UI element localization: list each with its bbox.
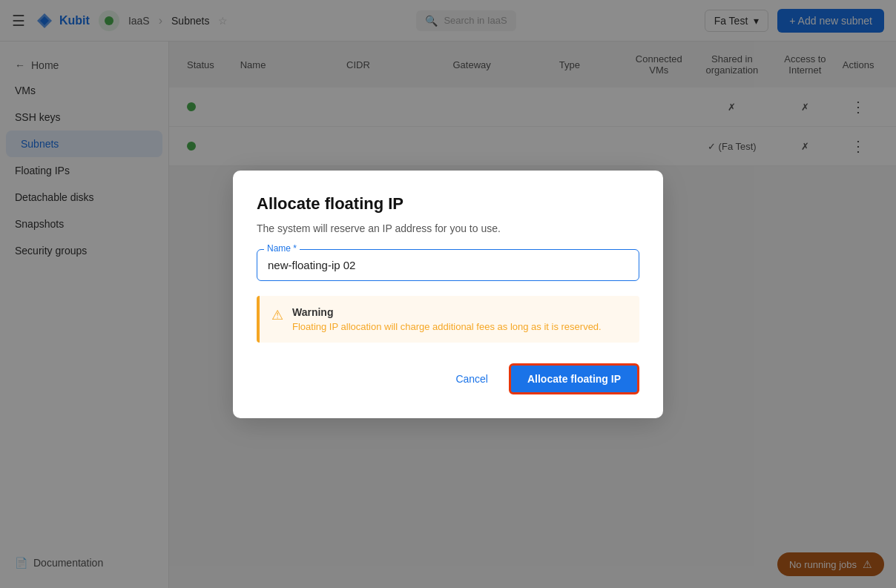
cancel-button[interactable]: Cancel bbox=[447, 367, 497, 391]
allocate-floating-ip-modal: Allocate floating IP The system will res… bbox=[233, 171, 663, 418]
warning-triangle-icon: ⚠ bbox=[271, 307, 283, 323]
warning-box: ⚠ Warning Floating IP allocation will ch… bbox=[257, 296, 639, 343]
modal-description: The system will reserve an IP address fo… bbox=[257, 222, 639, 234]
name-label: Name * bbox=[264, 243, 300, 254]
warning-content: Warning Floating IP allocation will char… bbox=[292, 306, 602, 332]
modal-actions: Cancel Allocate floating IP bbox=[257, 363, 639, 394]
modal-title: Allocate floating IP bbox=[257, 194, 639, 214]
warning-title: Warning bbox=[292, 306, 602, 318]
name-field: Name * bbox=[257, 249, 639, 281]
warning-text: Floating IP allocation will charge addit… bbox=[292, 321, 602, 332]
allocate-button[interactable]: Allocate floating IP bbox=[509, 363, 639, 394]
modal-overlay: Allocate floating IP The system will res… bbox=[0, 0, 896, 588]
name-input[interactable] bbox=[257, 249, 639, 281]
